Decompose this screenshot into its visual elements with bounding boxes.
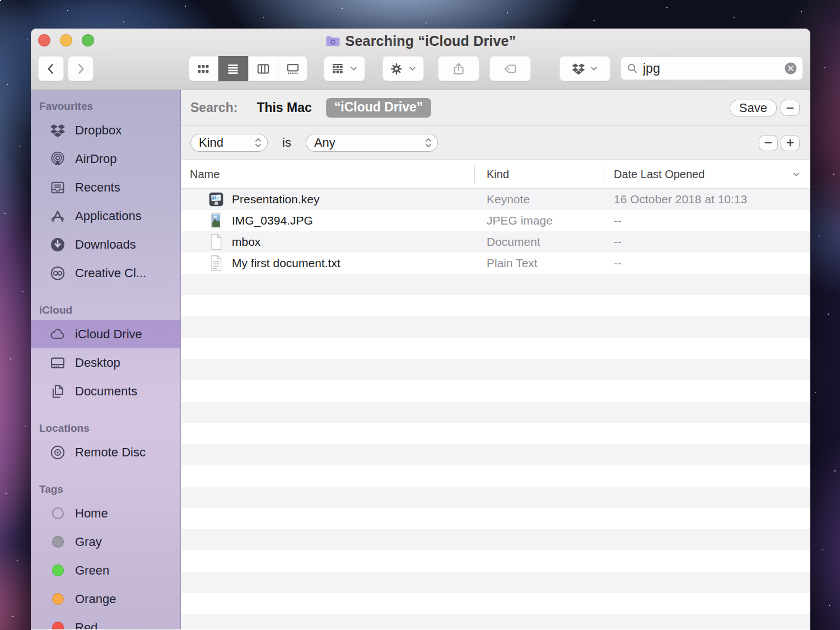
sidebar-item-remote-disc[interactable]: Remote Disc — [31, 438, 180, 466]
share-button[interactable] — [438, 56, 479, 81]
file-row-presentation-key[interactable]: Presentation.keyKeynote16 October 2018 a… — [181, 189, 810, 210]
sidebar-item-orange[interactable]: Orange — [31, 585, 180, 613]
column-view-button[interactable] — [249, 56, 278, 81]
window-title: Searching “iCloud Drive” — [346, 33, 516, 49]
sidebar-section-title: Locations — [31, 421, 180, 436]
column-header-date[interactable]: Date Last Opened — [614, 160, 704, 188]
smart-folder-icon — [325, 35, 340, 48]
sidebar-item-home[interactable]: Home — [31, 499, 180, 528]
sidebar-item-label: Recents — [75, 180, 120, 195]
column-headers: Name Kind Date Last Opened — [181, 160, 810, 189]
file-name: IMG_0394.JPG — [232, 210, 313, 231]
clear-search-button[interactable] — [784, 62, 797, 75]
chevron-right-icon — [73, 62, 88, 76]
chevron-down-icon — [408, 64, 417, 73]
file-row-img-0394-jpg[interactable]: IMG_0394.JPGJPEG image-- — [181, 210, 810, 231]
tag-dot-icon — [49, 534, 66, 550]
column-header-name[interactable]: Name — [190, 160, 220, 188]
chevron-left-icon — [44, 62, 58, 76]
sidebar-item-label: AirDrop — [75, 152, 117, 166]
add-filter-button[interactable] — [781, 135, 800, 151]
sidebar-item-dropbox[interactable]: Dropbox — [31, 116, 180, 144]
sidebar-item-airdrop[interactable]: AirDrop — [31, 144, 180, 173]
column-divider[interactable] — [604, 165, 604, 184]
stepper-icon — [423, 136, 433, 150]
list-view-icon — [226, 62, 240, 76]
coverflow-view-button[interactable] — [278, 56, 307, 81]
dropbox-toolbar-button[interactable] — [559, 56, 610, 81]
sidebar-item-desktop[interactable]: Desktop — [31, 348, 180, 377]
sidebar-item-icloud-drive[interactable]: iCloud Drive — [31, 320, 180, 348]
sidebar-item-label: Documents — [75, 384, 137, 399]
sidebar-item-applications[interactable]: Applications — [31, 202, 180, 230]
tag-dot-icon — [49, 619, 66, 630]
tag-button[interactable] — [489, 56, 531, 81]
column-divider[interactable] — [474, 165, 475, 184]
group-by-button[interactable] — [324, 56, 365, 81]
view-switcher — [189, 56, 307, 81]
file-date: -- — [614, 253, 622, 274]
sidebar-item-gray[interactable]: Gray — [31, 528, 180, 556]
filter-operator: is — [282, 136, 291, 150]
search-scope-bar: Search: This Mac “iCloud Drive” Save — [181, 90, 810, 126]
sidebar-item-label: Green — [75, 563, 109, 578]
column-header-kind[interactable]: Kind — [487, 160, 509, 188]
sidebar-section-tags: TagsHomeGrayGreenOrangeRed — [31, 482, 180, 629]
main-pane: Search: This Mac “iCloud Drive” Save Kin… — [181, 90, 810, 629]
file-date: 16 October 2018 at 10:13 — [614, 189, 747, 210]
search-icon — [626, 62, 638, 74]
search-field[interactable] — [620, 57, 803, 80]
stepper-icon — [253, 136, 263, 150]
minus-icon — [763, 137, 774, 148]
sidebar-item-green[interactable]: Green — [31, 556, 180, 585]
minus-icon — [785, 102, 796, 114]
clear-icon — [784, 62, 797, 75]
sidebar-section-locations: LocationsRemote Disc — [31, 421, 180, 466]
sort-direction-icon[interactable] — [791, 169, 801, 179]
scope-icloud-drive[interactable]: “iCloud Drive” — [326, 98, 431, 118]
filter-value-dropdown[interactable]: Any — [306, 134, 438, 152]
filter-attribute-dropdown[interactable]: Kind — [190, 134, 268, 152]
remove-scope-button[interactable] — [781, 100, 800, 116]
file-name: Presentation.key — [232, 189, 319, 210]
file-row-my-first-document-txt[interactable]: My first document.txtPlain Text-- — [181, 253, 810, 274]
sidebar-item-label: Dropbox — [75, 123, 122, 138]
back-button[interactable] — [38, 56, 64, 81]
sidebar-item-downloads[interactable]: Downloads — [31, 230, 180, 259]
sidebar-item-documents[interactable]: Documents — [31, 377, 180, 405]
file-date: -- — [614, 210, 622, 231]
sidebar-item-label: Creative Cl... — [75, 266, 146, 281]
sidebar-item-recents[interactable]: Recents — [31, 173, 180, 202]
icloud-drive-icon — [49, 326, 66, 343]
icon-view-button[interactable] — [189, 56, 218, 81]
column-view-icon — [256, 62, 270, 76]
gear-icon — [389, 62, 404, 76]
window-titlebar[interactable]: Searching “iCloud Drive” — [31, 29, 810, 90]
sidebar-item-label: Red — [75, 620, 97, 630]
sidebar-section-title: Favourites — [31, 99, 180, 114]
file-row-mbox[interactable]: mboxDocument-- — [181, 231, 810, 253]
forward-button[interactable] — [68, 56, 94, 81]
save-search-button[interactable]: Save — [730, 100, 777, 116]
star-field — [0, 0, 1, 1]
sidebar-item-creative-cl[interactable]: Creative Cl... — [31, 259, 180, 287]
scope-this-mac[interactable]: This Mac — [256, 100, 311, 115]
tag-icon — [503, 62, 517, 76]
sidebar-item-red[interactable]: Red — [31, 613, 180, 629]
dropbox-icon — [49, 122, 66, 139]
list-view-button[interactable] — [218, 56, 248, 81]
action-button[interactable] — [382, 56, 424, 81]
remove-filter-button[interactable] — [759, 135, 778, 151]
sidebar-section-icloud: iCloudiCloud DriveDesktopDocuments — [31, 303, 180, 405]
file-list[interactable]: Presentation.keyKeynote16 October 2018 a… — [181, 189, 810, 629]
sidebar-section-title: iCloud — [31, 303, 180, 318]
search-input[interactable] — [643, 61, 784, 76]
tag-dot-icon — [49, 562, 66, 579]
sidebar-item-label: Home — [75, 506, 108, 521]
sidebar-item-label: iCloud Drive — [75, 327, 142, 342]
downloads-icon — [49, 236, 66, 253]
filter-value: Any — [314, 136, 335, 150]
documents-icon — [49, 383, 66, 400]
file-kind: Plain Text — [487, 253, 538, 274]
sidebar-section-title: Tags — [31, 482, 180, 497]
